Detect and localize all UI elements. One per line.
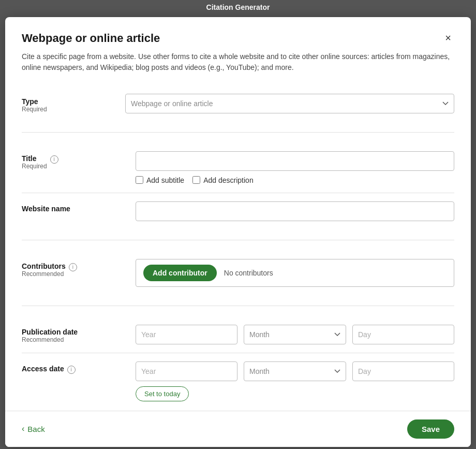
back-button[interactable]: ‹ Back (22, 424, 45, 433)
modal-dialog: Webpage or online article × Cite a speci… (5, 17, 471, 447)
contributors-sublabel: Recommended (22, 270, 66, 278)
type-sublabel: Required (22, 106, 125, 113)
add-contributor-button[interactable]: Add contributor (143, 265, 217, 281)
title-checkbox-row: Add subtitle Add description (136, 176, 454, 184)
contributors-label: Contributors (22, 262, 66, 270)
access-date-controls: Month JanuaryFebruaryMarch AprilMayJune … (136, 361, 454, 401)
publication-date-inputs: Month JanuaryFebruaryMarch AprilMayJune … (136, 325, 454, 344)
access-date-info-icon[interactable]: i (67, 366, 76, 374)
type-select[interactable]: Webpage or online article Book Journal a… (125, 94, 454, 113)
title-controls: Add subtitle Add description (136, 151, 454, 184)
back-label: Back (27, 425, 44, 433)
contributors-controls: Add contributor No contributors (136, 259, 454, 287)
top-bar: Citation Generator (0, 0, 476, 15)
website-name-label-col: Website name (22, 201, 125, 213)
publication-date-controls: Month JanuaryFebruaryMarch AprilMayJune … (136, 325, 454, 344)
contributors-row: Contributors Recommended i Add contribut… (22, 251, 454, 295)
publication-date-row: Publication date Recommended Month Janua… (22, 316, 454, 353)
back-chevron-icon: ‹ (22, 424, 24, 433)
publication-date-label-col: Publication date Recommended (22, 325, 125, 343)
title-sublabel: Required (22, 163, 47, 170)
add-description-checkbox[interactable] (192, 176, 200, 184)
title-label: Title (22, 154, 47, 163)
no-contributors-text: No contributors (224, 269, 273, 277)
website-name-label: Website name (22, 205, 70, 213)
add-subtitle-label[interactable]: Add subtitle (136, 176, 184, 184)
website-name-row: Website name (22, 193, 454, 229)
title-input[interactable] (136, 151, 454, 171)
access-date-label: Access date (22, 365, 64, 373)
publication-date-label: Publication date (22, 328, 78, 336)
modal-body: Webpage or online article × Cite a speci… (5, 17, 471, 411)
publication-year-input[interactable] (136, 325, 237, 344)
modal-footer: ‹ Back Save (5, 411, 471, 447)
publication-day-input[interactable] (352, 325, 454, 344)
title-row: Title Required i Add subtitle (22, 143, 454, 193)
add-subtitle-checkbox[interactable] (136, 176, 143, 184)
modal-overlay: Citation Generator Webpage or online art… (0, 0, 476, 449)
publication-month-select[interactable]: Month JanuaryFebruaryMarch AprilMayJune … (244, 325, 346, 344)
type-label-col: Type Required (22, 94, 125, 113)
website-name-input[interactable] (136, 201, 454, 221)
modal-description: Cite a specific page from a website. Use… (22, 51, 454, 73)
access-date-inputs: Month JanuaryFebruaryMarch AprilMayJune … (136, 361, 454, 381)
access-year-input[interactable] (136, 361, 237, 381)
app-title: Citation Generator (206, 3, 270, 11)
access-date-label-col: Access date i (22, 361, 125, 374)
type-label: Type (22, 97, 125, 106)
divider-3 (22, 306, 454, 306)
modal-title: Webpage or online article (22, 32, 160, 45)
contributors-info-icon[interactable]: i (69, 263, 77, 271)
publication-date-sublabel: Recommended (22, 336, 78, 343)
title-label-col: Title Required i (22, 151, 125, 170)
save-button[interactable]: Save (407, 419, 454, 439)
set-today-button[interactable]: Set to today (136, 386, 189, 401)
type-row: Type Required Webpage or online article … (22, 85, 454, 122)
modal-header: Webpage or online article × (22, 32, 454, 45)
access-day-input[interactable] (352, 361, 454, 381)
add-description-label[interactable]: Add description (192, 176, 254, 184)
contributors-label-col: Contributors Recommended i (22, 259, 125, 278)
website-name-controls (136, 201, 454, 221)
divider-2 (22, 240, 454, 240)
access-date-row: Access date i Month JanuaryFebruaryMarch… (22, 353, 454, 410)
title-info-icon[interactable]: i (50, 155, 58, 164)
access-month-select[interactable]: Month JanuaryFebruaryMarch AprilMayJune … (244, 361, 346, 381)
contributor-area: Add contributor No contributors (136, 259, 454, 287)
close-button[interactable]: × (442, 32, 454, 44)
divider-1 (22, 132, 454, 133)
